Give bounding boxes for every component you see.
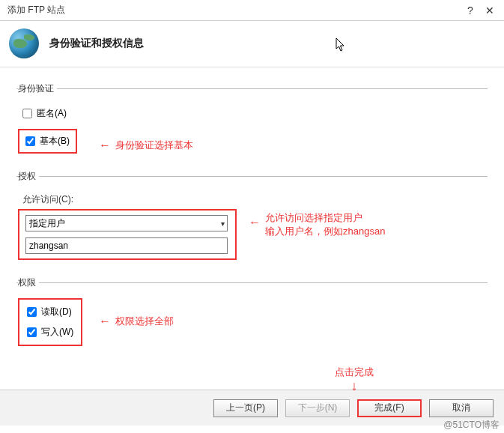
access-annotation-line2: 输入用户名，例如zhangsan — [265, 225, 385, 238]
watermark: @51CTO博客 — [443, 419, 500, 432]
next-button: 下一步(N) — [285, 399, 350, 417]
arrow-left-icon: ← — [249, 216, 261, 229]
help-button[interactable]: ? — [461, 4, 480, 16]
page-heading: 身份验证和授权信息 — [39, 37, 144, 50]
auth-annotation-text: 身份验证选择基本 — [115, 139, 193, 152]
auth-group: 身份验证 匿名(A) 基本(B) ← 身份验证选择基本 — [16, 82, 488, 160]
perm-write-checkbox[interactable] — [27, 327, 37, 337]
permissions-group: 权限 读取(D) 写入(W) ← 权限选择全部 — [16, 276, 488, 352]
window-title: 添加 FTP 站点 — [4, 4, 461, 16]
perm-read-label: 读取(D) — [41, 306, 72, 318]
perm-read-checkbox[interactable] — [27, 307, 37, 317]
auth-basic-label: 基本(B) — [40, 135, 70, 148]
finish-annotation: 点击完成 ↓ — [335, 366, 374, 391]
dialog-header: 身份验证和授权信息 — [0, 21, 504, 67]
auth-anonymous-label: 匿名(A) — [37, 107, 67, 120]
auth-basic-highlight: 基本(B) — [18, 129, 77, 154]
prev-button[interactable]: 上一页(P) — [213, 399, 278, 417]
allow-access-selected: 指定用户 — [29, 217, 65, 230]
permissions-highlight: 读取(D) 写入(W) — [18, 298, 82, 346]
arrow-left-icon: ← — [99, 315, 111, 328]
chevron-down-icon: ▾ — [221, 219, 225, 228]
allow-access-select[interactable]: 指定用户 ▾ — [25, 215, 228, 231]
finish-annotation-text: 点击完成 — [335, 366, 374, 378]
auth-annotation: ← 身份验证选择基本 — [99, 139, 193, 152]
access-annotation: ← 允许访问选择指定用户 输入用户名，例如zhangsan — [249, 211, 385, 238]
cancel-button[interactable]: 取消 — [429, 399, 494, 417]
access-annotation-line1: 允许访问选择指定用户 — [265, 211, 385, 225]
authorization-legend: 授权 — [18, 170, 39, 183]
permissions-annotation: ← 权限选择全部 — [99, 315, 174, 328]
permissions-legend: 权限 — [18, 276, 39, 289]
access-highlight: 指定用户 ▾ — [18, 209, 237, 260]
username-input[interactable] — [25, 237, 228, 254]
perm-write-row[interactable]: 写入(W) — [22, 323, 78, 342]
auth-legend: 身份验证 — [18, 82, 57, 95]
arrow-down-icon: ↓ — [335, 381, 374, 391]
finish-button[interactable]: 完成(F) — [357, 399, 422, 417]
allow-access-label: 允许访问(C): — [22, 193, 486, 206]
auth-basic-row[interactable]: 基本(B) — [22, 133, 73, 149]
auth-anonymous-row[interactable]: 匿名(A) — [18, 104, 486, 123]
auth-anonymous-checkbox[interactable] — [22, 109, 32, 118]
dialog-footer: 上一页(P) 下一步(N) 完成(F) 取消 — [0, 390, 504, 426]
permissions-annotation-text: 权限选择全部 — [115, 315, 174, 328]
close-button[interactable]: ✕ — [480, 4, 500, 16]
globe-icon — [9, 28, 39, 58]
cursor-icon — [336, 37, 346, 52]
perm-read-row[interactable]: 读取(D) — [22, 303, 78, 321]
dialog-content: 身份验证 匿名(A) 基本(B) ← 身份验证选择基本 授权 允许访问(C): … — [0, 67, 504, 390]
auth-basic-checkbox[interactable] — [25, 136, 35, 146]
authorization-group: 授权 允许访问(C): 指定用户 ▾ ← 允许访问选择指定用户 输入用户名，例如… — [16, 170, 488, 266]
titlebar: 添加 FTP 站点 ? ✕ — [0, 0, 504, 21]
arrow-left-icon: ← — [99, 139, 111, 152]
perm-write-label: 写入(W) — [41, 326, 73, 339]
